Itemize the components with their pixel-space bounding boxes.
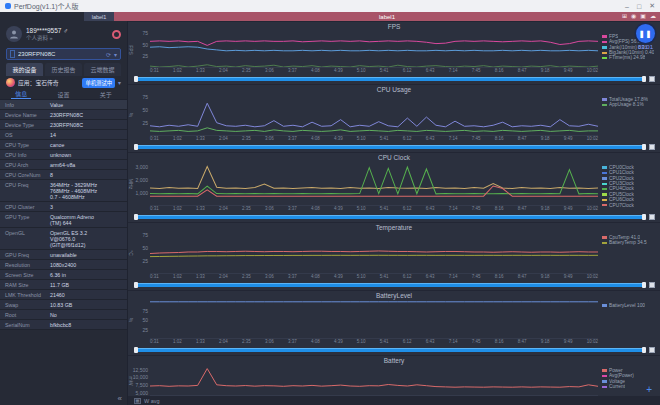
tab-cloud-data[interactable]: 云端数据 [84,63,121,76]
navigator-row-batterylevel [134,346,655,354]
cloud-icon[interactable]: ☁ [650,12,656,21]
row-label: Swap [0,302,50,308]
app-caret-icon[interactable]: ▾ [118,79,121,86]
series-CPU4Clock [150,167,598,194]
x-tick-label: 4:08 [311,68,320,75]
legend-swatch [602,304,607,307]
chart-plot-battery[interactable] [150,365,598,396]
sidebar: 189****9557 ♂ 个人资料 » 230RFPN08C ⟳ ▾ 我的设备… [0,21,128,405]
x-tick-label: 1:33 [196,274,205,281]
charts-container: FPSFPS755025FPSAvg(FPS) 56.9Jank(/10min)… [128,21,660,396]
range-scrollbar[interactable] [134,145,646,149]
row-value: 1080x2400 [50,262,127,268]
x-tick-label: 3:06 [265,206,274,213]
x-tick-label: 9:49 [564,339,573,346]
case-tab[interactable]: label1 [84,12,114,21]
pause-button[interactable]: ❚❚ [636,24,655,43]
x-tick-label: 6:43 [426,274,435,281]
chevron-down-icon[interactable]: ▾ [114,51,117,58]
range-scrollbar[interactable] [134,77,646,81]
range-scrollbar[interactable] [134,283,646,287]
device-select-value: 230RFPN08C [18,51,103,57]
x-tick-label: 3:37 [288,206,297,213]
chart-plot-cpu-clock[interactable] [150,162,598,206]
range-scrollbar[interactable] [134,348,646,352]
x-tick-label: 1:02 [173,339,182,346]
x-tick-label: 7:14 [449,339,458,346]
range-reset-button[interactable] [649,347,655,353]
table-row: OpenGLOpenGL ES 3.2 V@0676.0 (GIT@f6f1d1… [0,228,127,250]
logout-icon[interactable] [112,30,121,39]
x-tick-label: 9:18 [541,136,550,143]
x-tick-label: 8:16 [495,68,504,75]
refresh-icon[interactable]: ⟳ [106,51,111,58]
y-tick-label: 7,500 [135,382,148,388]
range-reset-button[interactable] [649,214,655,220]
recording-banner: label1 ⊞◉▣☁ [114,12,660,21]
chart-body-temperature: °C755025CpuTemp 41.0BatteryTemp 34.5 [128,232,660,274]
device-info-table: InfoValueDevice Name230RFPN08CDevice Typ… [0,100,127,405]
x-tick-label: 9:49 [564,68,573,75]
table-row: CPU Freq364MHz - 3629MHz 768MHz - 4608MH… [0,180,127,202]
close-button[interactable]: ✕ [649,2,655,10]
y-tick-label: 2,000 [135,177,148,183]
sidebar-tabs: 我的设备 历史报告 云端数据 [6,63,121,76]
user-row[interactable]: 189****9557 ♂ 个人资料 » [0,21,127,47]
device-select[interactable]: 230RFPN08C ⟳ ▾ [6,48,121,60]
tab-settings[interactable]: 设置 [53,90,73,99]
maximize-button[interactable]: □ [637,3,641,10]
chart-title-batterylevel: BatteryLevel [128,291,660,300]
legend-swatch [602,98,607,101]
recorder-control: ❚❚ 03:01 [636,24,655,50]
range-reset-button[interactable] [649,144,655,150]
y-unit-label: °C [128,250,134,256]
legend-item: BatteryTemp 34.5 [602,240,660,245]
table-row: SerialNumbfkbcbc8 [0,320,127,330]
chart-plot-fps[interactable] [150,31,598,68]
avg-toggle[interactable]: ▦ [134,398,141,404]
minimize-button[interactable]: – [625,3,629,10]
x-tick-label: 9:18 [541,339,550,346]
x-tick-label: 5:41 [380,68,389,75]
title-bar: PerfDog(v1.1)个人版 – □ ✕ [0,0,660,12]
y-tick-label: 50 [142,42,148,48]
crosshair-button[interactable]: + [646,385,652,395]
navigator-row-cpu-usage [134,143,655,151]
table-row: Device Name230RFPN08C [0,110,127,120]
tab-history-reports[interactable]: 历史报告 [45,63,82,76]
marker-icon[interactable]: ◉ [631,12,636,21]
sidebar-collapse-button[interactable]: « [118,394,122,403]
chart-plot-temperature[interactable] [150,232,598,274]
x-tick-label: 7:45 [472,274,481,281]
table-row: GPU TypeQualcomm Adreno (TM) 644 [0,212,127,228]
row-label: Device Type [0,122,50,128]
x-tick-label: 1:02 [173,68,182,75]
x-tick-label: 7:45 [472,136,481,143]
app-row[interactable]: 应用：宝石传奇 单机测试中 ▾ [0,76,127,89]
chart-plot-batterylevel[interactable] [150,300,598,339]
x-tick-label: 8:47 [518,136,527,143]
chart-body-batterylevel: %755025BatteryLevel 100 [128,300,660,339]
chart-body-fps: FPS755025FPSAvg(FPS) 56.9Jank(/10min) 8.… [128,31,660,68]
legend-label: FTime(ms) 24.98 [609,55,645,60]
test-status-badge[interactable]: 单机测试中 [82,78,115,88]
y-tick-label: 3,000 [135,164,148,170]
x-tick-label: 6:43 [426,206,435,213]
table-header-row: InfoValue [0,100,127,110]
legend-label: AppUsage 8.1% [609,102,644,107]
row-value: Qualcomm Adreno (TM) 644 [50,214,127,226]
range-reset-button[interactable] [649,76,655,82]
tab-my-devices[interactable]: 我的设备 [6,63,43,76]
x-tick-label: 4:39 [334,339,343,346]
row-value: 3 [50,204,127,210]
x-tick-label: 3:06 [265,136,274,143]
chart-plot-cpu-usage[interactable] [150,94,598,136]
apps-icon[interactable]: ⊞ [622,12,627,21]
range-reset-button[interactable] [649,282,655,288]
tab-about[interactable]: 关于 [96,90,116,99]
stop-icon[interactable]: ▣ [640,12,646,21]
row-value: OpenGL ES 3.2 V@0676.0 (GIT@f6f1d12) [50,230,127,248]
range-scrollbar[interactable] [134,215,646,219]
tab-info[interactable]: 信息 [11,89,31,99]
x-tick-label: 8:16 [495,339,504,346]
